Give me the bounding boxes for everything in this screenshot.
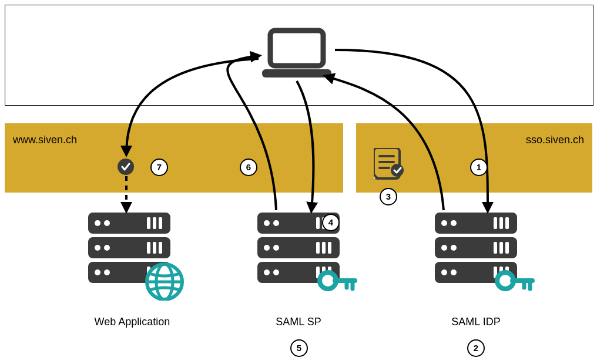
webapp-label: Web Application bbox=[88, 316, 176, 328]
step-5-badge: 5 bbox=[290, 339, 308, 357]
step-6-badge: 6 bbox=[240, 159, 257, 176]
step-7-badge: 7 bbox=[150, 159, 168, 176]
step-1-badge: 1 bbox=[470, 159, 488, 176]
idp-label: SAML IDP bbox=[435, 316, 517, 328]
step-4-badge: 4 bbox=[322, 214, 340, 231]
sp-label: SAML SP bbox=[257, 316, 340, 328]
flow-arrows bbox=[0, 0, 597, 364]
step-3-badge: 3 bbox=[380, 188, 397, 205]
step-2-badge: 2 bbox=[467, 339, 485, 357]
